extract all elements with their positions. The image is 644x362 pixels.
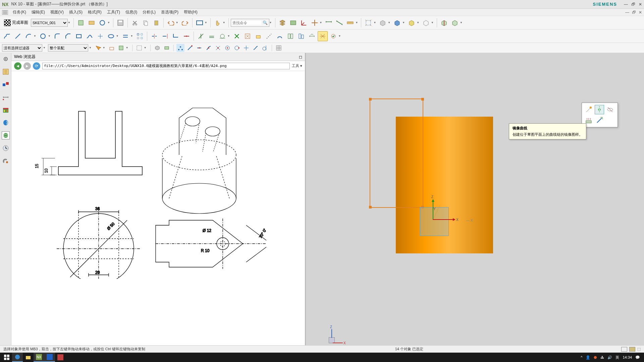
grid-button[interactable] bbox=[275, 44, 283, 52]
constraint-nav[interactable] bbox=[296, 31, 306, 41]
dropdown-icon[interactable]: ▼ bbox=[320, 21, 323, 24]
dimension-button[interactable] bbox=[324, 18, 334, 28]
constraint-nav-icon[interactable] bbox=[2, 93, 10, 101]
move-button[interactable] bbox=[310, 18, 320, 28]
datum-plane[interactable] bbox=[420, 207, 449, 236]
dropdown-icon[interactable]: ▼ bbox=[227, 35, 231, 38]
mirror-curve-icon[interactable] bbox=[595, 105, 604, 114]
quick-trim-tool[interactable] bbox=[149, 31, 159, 41]
handle-bl[interactable] bbox=[369, 206, 372, 208]
layer-button[interactable] bbox=[277, 18, 287, 28]
task-nx[interactable]: NX bbox=[34, 353, 44, 362]
undo-button[interactable] bbox=[166, 18, 176, 28]
menu-edit[interactable]: 编辑(E) bbox=[29, 9, 48, 15]
spline-tool[interactable] bbox=[85, 31, 95, 41]
snap-oncurve[interactable] bbox=[252, 44, 260, 52]
finish-sketch-button[interactable]: 完成草图 bbox=[2, 19, 30, 27]
reattach-button[interactable] bbox=[87, 18, 97, 28]
menu-format[interactable]: 格式(R) bbox=[85, 9, 104, 15]
menu-help[interactable]: 帮助(H) bbox=[181, 9, 200, 15]
line-tool[interactable] bbox=[13, 31, 23, 41]
dimension2-button[interactable] bbox=[334, 18, 344, 28]
browser-tools[interactable]: 工具 ▾ bbox=[292, 63, 302, 68]
dropdown-icon[interactable]: ▼ bbox=[460, 21, 464, 24]
snap-exist[interactable] bbox=[242, 44, 250, 52]
face-filter[interactable] bbox=[163, 44, 171, 52]
command-search[interactable]: 🔍 bbox=[231, 19, 269, 27]
browser-url-input[interactable] bbox=[42, 63, 290, 69]
geo-constraint[interactable] bbox=[232, 31, 242, 41]
menu-analysis[interactable]: 分析(L) bbox=[140, 9, 158, 15]
dropdown-icon[interactable]: ▼ bbox=[176, 21, 179, 24]
dropdown-icon[interactable]: ▼ bbox=[338, 35, 342, 38]
graphics-viewport[interactable]: Z X Y — X Z X 镜像曲线 创建位于草图平面上的曲线链的镜像图样。 bbox=[306, 53, 644, 345]
sel-box[interactable] bbox=[135, 44, 143, 52]
sketch-selection-rect[interactable] bbox=[370, 99, 423, 208]
process-studio-icon[interactable] bbox=[2, 157, 10, 165]
tray-notifications-icon[interactable]: 💬 bbox=[635, 355, 640, 360]
quick-extend-tool[interactable] bbox=[160, 31, 170, 41]
solid-filter[interactable] bbox=[153, 44, 161, 52]
snap-ctrl[interactable] bbox=[205, 44, 213, 52]
sel-3[interactable] bbox=[117, 44, 125, 52]
dropdown-icon[interactable]: ▼ bbox=[130, 35, 134, 38]
arc-tool[interactable] bbox=[23, 31, 34, 41]
start-button[interactable] bbox=[1, 353, 12, 362]
alt-solution[interactable] bbox=[275, 31, 285, 41]
touch-button[interactable] bbox=[213, 18, 223, 28]
mirror-curve-popup[interactable] bbox=[582, 103, 618, 127]
rectangle-tool-2[interactable] bbox=[74, 31, 84, 41]
tray-user-icon[interactable]: 👤 bbox=[586, 355, 590, 360]
dropdown-icon[interactable]: ▼ bbox=[48, 35, 52, 38]
clip-button[interactable] bbox=[439, 18, 449, 28]
browser-forward-button[interactable]: ► bbox=[23, 62, 31, 70]
offset-tool[interactable] bbox=[120, 31, 130, 41]
constraint-2[interactable] bbox=[207, 31, 217, 41]
history-icon[interactable] bbox=[2, 144, 10, 152]
snap-1[interactable] bbox=[176, 44, 184, 52]
handle-tr[interactable] bbox=[421, 98, 424, 101]
sel-1[interactable] bbox=[94, 44, 102, 52]
menu-insert[interactable]: 插入(S) bbox=[66, 9, 85, 15]
sketch-name-select[interactable]: SKETCH_001 bbox=[31, 19, 68, 27]
maximize-button[interactable]: 🗗 bbox=[631, 2, 635, 7]
dropdown-icon[interactable]: ▼ bbox=[402, 21, 406, 24]
tray-chevron-icon[interactable]: ^ bbox=[581, 355, 582, 359]
wcs-button[interactable] bbox=[299, 18, 309, 28]
fit-button[interactable] bbox=[363, 18, 373, 28]
task-browser[interactable] bbox=[12, 353, 23, 362]
tray-volume-icon[interactable]: 🔊 bbox=[607, 355, 612, 360]
dropdown-icon[interactable]: ▼ bbox=[269, 21, 273, 24]
task-app2[interactable] bbox=[44, 353, 55, 362]
dropdown-icon[interactable]: ▼ bbox=[388, 21, 391, 24]
dropdown-icon[interactable]: ▼ bbox=[126, 46, 129, 49]
sketch-orient-button[interactable] bbox=[76, 18, 86, 28]
ellipse-tool[interactable] bbox=[106, 31, 116, 41]
circle-tool[interactable] bbox=[38, 31, 48, 41]
snap-int[interactable] bbox=[214, 44, 222, 52]
dropdown-icon[interactable]: ▼ bbox=[373, 21, 377, 24]
snap-tangent[interactable] bbox=[261, 44, 269, 52]
selection-filter[interactable]: 没有选择过滤器 bbox=[2, 44, 42, 52]
continuous-auto-dim[interactable] bbox=[328, 31, 338, 41]
doc-restore[interactable]: 🗗 bbox=[632, 10, 636, 15]
add-existing-curves-icon[interactable] bbox=[595, 116, 604, 125]
copy-button[interactable] bbox=[141, 18, 151, 28]
trim-recipe-tool[interactable] bbox=[181, 31, 192, 41]
web-browser-icon[interactable] bbox=[2, 131, 10, 139]
dropdown-icon[interactable]: ▼ bbox=[144, 46, 148, 49]
update-button[interactable] bbox=[97, 18, 107, 28]
rectangle-tool[interactable] bbox=[195, 18, 205, 28]
tray-app-icon[interactable]: ⬣ bbox=[594, 355, 597, 360]
dropdown-icon[interactable]: ▼ bbox=[355, 21, 359, 24]
doc-minimize[interactable]: — bbox=[625, 10, 629, 15]
dropdown-icon[interactable]: ▼ bbox=[89, 46, 93, 49]
close-button[interactable]: ✕ bbox=[639, 2, 642, 7]
reuse-lib-icon[interactable] bbox=[2, 106, 10, 114]
render-style-button[interactable] bbox=[392, 18, 402, 28]
save-button[interactable] bbox=[115, 18, 125, 28]
task-explorer[interactable] bbox=[23, 353, 34, 362]
pattern-tool[interactable] bbox=[135, 31, 145, 41]
menu-info[interactable]: 信息(I) bbox=[123, 9, 140, 15]
doc-close[interactable]: ✕ bbox=[639, 10, 642, 15]
